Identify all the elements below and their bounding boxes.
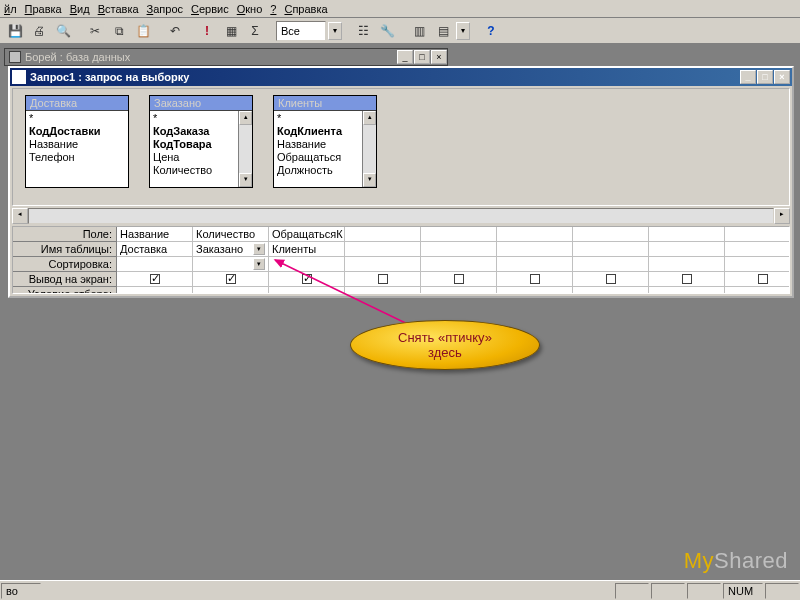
combo-arrow-icon[interactable]: ▾ [328,22,342,40]
grid-cell[interactable] [345,227,421,242]
grid-cell[interactable] [421,272,497,287]
field-item[interactable]: * [153,112,235,125]
grid-cell[interactable]: Количество [193,227,269,242]
grid-cell[interactable]: Доставка [117,242,193,257]
scroll-right-icon[interactable]: ▸ [774,208,790,224]
close-icon[interactable]: × [431,50,447,64]
grid-cell[interactable] [269,272,345,287]
field-item[interactable]: Количество [153,164,235,177]
grid-cell[interactable] [117,287,193,294]
maximize-icon[interactable]: □ [414,50,430,64]
build-icon[interactable]: 🔧 [376,20,398,42]
field-item[interactable]: КодЗаказа [153,125,235,138]
grid-cell[interactable] [649,242,725,257]
query-titlebar[interactable]: Запрос1 : запрос на выборку _ □ × [10,68,792,86]
maximize-icon[interactable]: □ [757,70,773,84]
show-checkbox[interactable] [758,274,768,284]
grid-cell[interactable] [497,227,573,242]
paste-icon[interactable]: 📋 [132,20,154,42]
menu-item[interactable]: Вставка [98,3,139,15]
field-item[interactable]: Должность [277,164,359,177]
menu-item[interactable]: ? [270,3,276,15]
db-window-icon[interactable]: ▥ [408,20,430,42]
table-vscroll[interactable]: ▴▾ [238,111,252,187]
show-checkbox[interactable] [530,274,540,284]
grid-cell[interactable]: ОбращатьсяК [269,227,345,242]
preview-icon[interactable]: 🔍 [52,20,74,42]
table-box[interactable]: Доставка*КодДоставкиНазваниеТелефон [25,95,129,188]
menu-item[interactable]: йл [4,3,17,15]
grid-cell[interactable] [649,257,725,272]
return-combo[interactable]: Все [276,21,326,41]
totals-icon[interactable]: Σ [244,20,266,42]
dropdown-arrow-icon[interactable]: ▾ [253,258,265,270]
grid-cell[interactable] [725,242,790,257]
menu-item[interactable]: Сервис [191,3,229,15]
grid-cell[interactable] [725,272,790,287]
field-item[interactable]: Цена [153,151,235,164]
show-checkbox[interactable] [454,274,464,284]
tables-pane[interactable]: Доставка*КодДоставкиНазваниеТелефонЗаказ… [12,88,790,206]
grid-cell[interactable] [269,287,345,294]
show-checkbox[interactable] [606,274,616,284]
show-checkbox[interactable] [302,274,312,284]
grid-cell[interactable] [193,272,269,287]
grid-cell[interactable] [117,272,193,287]
tables-hscroll[interactable]: ◂ ▸ [12,208,790,224]
grid-cell[interactable]: Название [117,227,193,242]
field-item[interactable]: Телефон [29,151,125,164]
grid-cell[interactable] [649,287,725,294]
grid-cell[interactable]: ▾ [193,257,269,272]
design-grid[interactable]: Поле:НазваниеКоличествоОбращатьсяКИмя та… [12,226,790,294]
grid-cell[interactable] [421,242,497,257]
grid-cell[interactable] [725,227,790,242]
menu-item[interactable]: Справка [284,3,327,15]
show-table-icon[interactable]: ▦ [220,20,242,42]
help-icon[interactable]: ? [480,20,502,42]
grid-cell[interactable] [269,257,345,272]
grid-cell[interactable] [573,227,649,242]
close-icon[interactable]: × [774,70,790,84]
menu-item[interactable]: Вид [70,3,90,15]
grid-cell[interactable] [421,287,497,294]
field-item[interactable]: * [29,112,125,125]
undo-icon[interactable]: ↶ [164,20,186,42]
scroll-left-icon[interactable]: ◂ [12,208,28,224]
grid-cell[interactable] [345,257,421,272]
show-checkbox[interactable] [226,274,236,284]
field-item[interactable]: Название [277,138,359,151]
field-item[interactable]: КодКлиента [277,125,359,138]
dropdown-arrow-icon[interactable]: ▾ [253,243,265,255]
db-window-titlebar[interactable]: Борей : база данных _ □ × [4,48,448,66]
grid-cell[interactable] [725,287,790,294]
cut-icon[interactable]: ✂ [84,20,106,42]
field-item[interactable]: КодДоставки [29,125,125,138]
show-checkbox[interactable] [378,274,388,284]
menu-item[interactable]: Окно [237,3,263,15]
grid-cell[interactable] [573,272,649,287]
grid-cell[interactable] [193,287,269,294]
grid-cell[interactable] [649,272,725,287]
grid-cell[interactable] [497,272,573,287]
grid-cell[interactable] [117,257,193,272]
menu-item[interactable]: Запрос [147,3,183,15]
grid-cell[interactable] [497,242,573,257]
field-item[interactable]: Название [29,138,125,151]
field-item[interactable]: * [277,112,359,125]
field-item[interactable]: Обращаться [277,151,359,164]
copy-icon[interactable]: ⧉ [108,20,130,42]
run-icon[interactable]: ! [196,20,218,42]
save-icon[interactable]: 💾 [4,20,26,42]
grid-cell[interactable] [573,287,649,294]
grid-cell[interactable] [421,227,497,242]
grid-cell[interactable] [345,272,421,287]
grid-cell[interactable] [573,257,649,272]
grid-cell[interactable] [497,257,573,272]
grid-cell[interactable] [649,227,725,242]
grid-cell[interactable]: Клиенты [269,242,345,257]
new-object-icon[interactable]: ▤ [432,20,454,42]
grid-cell[interactable] [345,242,421,257]
field-item[interactable]: КодТовара [153,138,235,151]
table-box[interactable]: Клиенты*КодКлиентаНазваниеОбращатьсяДолж… [273,95,377,188]
new-object-arrow-icon[interactable]: ▾ [456,22,470,40]
